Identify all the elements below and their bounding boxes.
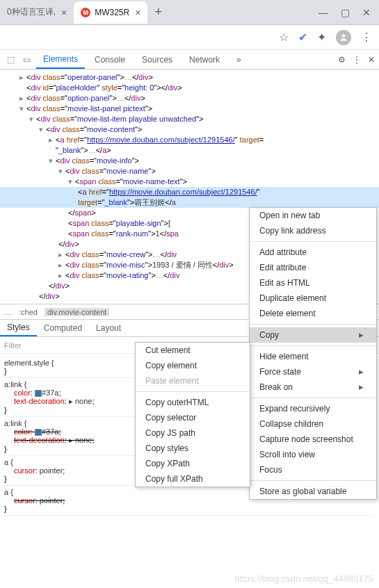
menu-item[interactable]: Duplicate element xyxy=(250,291,376,306)
breadcrumb-item[interactable]: … xyxy=(4,308,12,316)
window-minimize-icon[interactable]: — xyxy=(318,7,328,18)
tab-console[interactable]: Console xyxy=(88,50,132,69)
tab-title: 0种语言互译, xyxy=(7,6,56,18)
tab-elements[interactable]: Elements xyxy=(36,50,85,69)
inspect-icon[interactable]: ⬚ xyxy=(4,55,17,65)
menu-item[interactable]: Copy▶ xyxy=(250,327,376,343)
avatar-icon[interactable] xyxy=(336,30,351,45)
kebab-icon[interactable]: ⋮ xyxy=(361,31,372,44)
kebab-icon[interactable]: ⋮ xyxy=(353,55,361,65)
window-maximize-icon[interactable]: ▢ xyxy=(341,7,350,18)
menu-item[interactable]: Focus xyxy=(250,462,376,477)
menu-item[interactable]: Copy XPath xyxy=(136,456,250,471)
tabs-overflow-icon[interactable]: » xyxy=(229,50,248,69)
menu-item: Paste element xyxy=(136,373,250,389)
menu-item[interactable]: Scroll into view xyxy=(250,447,376,462)
favicon: M xyxy=(81,8,90,17)
tab-sources[interactable]: Sources xyxy=(135,50,179,69)
tab-computed[interactable]: Computed xyxy=(37,320,89,336)
menu-item[interactable]: Cut element xyxy=(136,343,250,358)
selected-node[interactable]: <a href="https://movie.douban.com/subjec… xyxy=(0,187,379,197)
devtools-toolbar: ⬚ ▭ Elements Console Sources Network » ⚙… xyxy=(0,50,379,70)
menu-item[interactable]: Copy link address xyxy=(250,223,376,238)
context-submenu: Cut elementCopy elementPaste elementCopy… xyxy=(135,342,250,487)
new-tab-button[interactable]: + xyxy=(147,5,169,19)
tab-layout[interactable]: Layout xyxy=(89,320,128,336)
menu-item[interactable]: Break on▶ xyxy=(250,379,376,395)
breadcrumb-item[interactable]: div.movie-content xyxy=(45,308,109,316)
context-menu: Open in new tabCopy link addressAdd attr… xyxy=(249,207,377,500)
menu-item[interactable]: Collapse children xyxy=(250,416,376,432)
menu-item[interactable]: Store as global variable xyxy=(250,484,376,499)
browser-tabstrip: 0种语言互译, × M MW325R × + — ▢ ✕ xyxy=(0,0,379,25)
puzzle-icon[interactable]: ✦ xyxy=(317,31,326,44)
bird-icon[interactable]: ✔ xyxy=(298,31,307,44)
menu-item[interactable]: Open in new tab xyxy=(250,208,376,223)
tab-styles[interactable]: Styles xyxy=(0,320,37,336)
menu-item[interactable]: Copy selector xyxy=(136,410,250,425)
menu-item[interactable]: Copy full XPath xyxy=(136,471,250,487)
close-icon[interactable]: × xyxy=(135,7,140,18)
filter-input[interactable]: Filter xyxy=(4,341,21,350)
menu-item[interactable]: Copy styles xyxy=(136,441,250,456)
menu-item[interactable]: Hide element xyxy=(250,349,376,364)
tab-title: MW325R xyxy=(95,8,129,17)
tab-network[interactable]: Network xyxy=(182,50,227,69)
svg-point-0 xyxy=(342,34,346,38)
device-icon[interactable]: ▭ xyxy=(20,55,33,65)
menu-item[interactable]: Edit attribute xyxy=(250,260,376,275)
watermark: https://blog.csdn.net/qq_44988175 xyxy=(235,573,374,584)
window-close-icon[interactable]: ✕ xyxy=(362,7,371,18)
close-icon[interactable]: × xyxy=(61,7,67,18)
menu-item[interactable]: Copy JS path xyxy=(136,425,250,441)
menu-item[interactable]: Add attribute xyxy=(250,245,376,260)
address-bar: ☆ ✔ ✦ ⋮ xyxy=(0,25,379,50)
menu-item[interactable]: Copy element xyxy=(136,358,250,373)
menu-item[interactable]: Edit as HTML xyxy=(250,275,376,291)
menu-item[interactable]: Expand recursively xyxy=(250,401,376,416)
star-icon[interactable]: ☆ xyxy=(279,31,289,44)
menu-item[interactable]: Delete element xyxy=(250,306,376,321)
breadcrumb-item[interactable]: :ched xyxy=(19,308,38,316)
menu-item[interactable]: Capture node screenshot xyxy=(250,432,376,447)
menu-item[interactable]: Copy outerHTML xyxy=(136,395,250,410)
gear-icon[interactable]: ⚙ xyxy=(338,55,346,65)
browser-tab[interactable]: 0种语言互译, × xyxy=(0,1,74,24)
menu-item[interactable]: Force state▶ xyxy=(250,364,376,379)
close-icon[interactable]: ✕ xyxy=(368,55,375,65)
browser-tab-active[interactable]: M MW325R × xyxy=(74,1,147,24)
